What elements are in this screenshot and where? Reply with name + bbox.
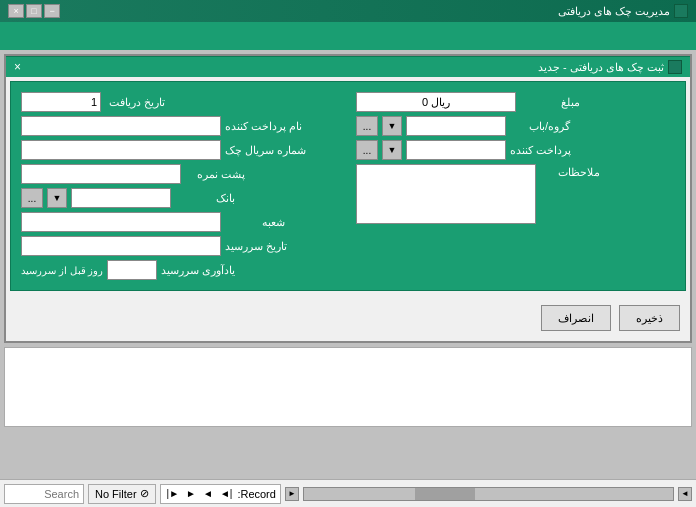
goroh-input[interactable] xyxy=(406,116,506,136)
bank-input[interactable] xyxy=(71,188,171,208)
search-input[interactable] xyxy=(4,484,84,504)
cancel-button[interactable]: انصراف xyxy=(541,305,611,331)
yadavari-suffix: روز قبل از سررسید xyxy=(21,265,103,276)
shobe-label: شعبه xyxy=(225,216,285,229)
funnel-icon: ⊘ xyxy=(140,487,149,500)
sub-title-bar: ثبت چک های دریافتی - جدید × xyxy=(6,56,690,77)
tarikh-sar-label: تاریخ سررسید xyxy=(225,240,287,253)
bank-dropdown-button[interactable]: ▼ xyxy=(47,188,67,208)
serial-row: شماره سریال چک xyxy=(21,140,340,160)
molahezat-textarea[interactable] xyxy=(356,164,536,224)
tarikh-label: تاریخ دریافت xyxy=(105,96,165,109)
tarikh-sar-row: تاریخ سررسید xyxy=(21,236,340,256)
left-column: تاریخ دریافت نام پرداخت کننده شماره سریا… xyxy=(21,92,340,280)
posht-input[interactable] xyxy=(21,164,181,184)
no-filter-button[interactable]: ⊘ No Filter xyxy=(88,484,156,504)
shobe-input[interactable] xyxy=(21,212,221,232)
pardakht-ellipsis-button[interactable]: ... xyxy=(356,140,378,160)
nav-next-button[interactable]: ► xyxy=(184,488,198,499)
hscroll-track xyxy=(303,487,674,501)
hscroll-right-button[interactable]: ► xyxy=(285,487,299,501)
bank-ellipsis-button[interactable]: ... xyxy=(21,188,43,208)
nav-last-button[interactable]: ►| xyxy=(165,488,182,499)
serial-label: شماره سریال چک xyxy=(225,144,306,157)
pardakht-dropdown-button[interactable]: ▼ xyxy=(382,140,402,160)
maximize-button[interactable]: □ xyxy=(26,4,42,18)
button-row: ذخیره انصراف xyxy=(6,295,690,341)
sub-title: ثبت چک های دریافتی - جدید xyxy=(538,61,664,74)
pardakht-label: پرداخت کننده xyxy=(510,144,571,157)
tarikh-sar-input[interactable] xyxy=(21,236,221,256)
mablagh-label: مبلغ xyxy=(520,96,580,109)
main-title: مدیریت چک های دریافتی xyxy=(558,5,670,18)
posht-row: پشت نمره xyxy=(21,164,340,184)
hscroll-thumb[interactable] xyxy=(415,488,475,500)
nav-first-button[interactable]: |◄ xyxy=(218,488,235,499)
posht-label: پشت نمره xyxy=(185,168,245,181)
bank-label: بانک xyxy=(175,192,235,205)
sub-icon xyxy=(668,60,682,74)
nam-row: نام پرداخت کننده xyxy=(21,116,340,136)
bank-row: بانک ▼ ... xyxy=(21,188,340,208)
goroh-ellipsis-button[interactable]: ... xyxy=(356,116,378,136)
mablagh-input[interactable] xyxy=(356,92,516,112)
record-navigation: Record: |◄ ◄ ► ►| xyxy=(160,484,281,504)
molahezat-label: ملاحظات xyxy=(540,166,600,179)
molahezat-row: ملاحظات xyxy=(356,164,675,224)
app-icon xyxy=(674,4,688,18)
tarikh-row: تاریخ دریافت xyxy=(21,92,340,112)
grid-area xyxy=(4,347,692,427)
save-button[interactable]: ذخیره xyxy=(619,305,680,331)
mablagh-row: مبلغ xyxy=(356,92,675,112)
goroh-row: گروه/باب ▼ ... xyxy=(356,116,675,136)
nav-prev-button[interactable]: ◄ xyxy=(201,488,215,499)
record-label: Record: xyxy=(237,488,276,500)
pardakht-input[interactable] xyxy=(406,140,506,160)
shobe-row: شعبه xyxy=(21,212,340,232)
goroh-label: گروه/باب xyxy=(510,120,570,133)
close-button[interactable]: × xyxy=(8,4,24,18)
main-title-bar: مدیریت چک های دریافتی − □ × xyxy=(0,0,696,22)
main-toolbar xyxy=(0,22,696,50)
yadavari-input[interactable] xyxy=(107,260,157,280)
nam-label: نام پرداخت کننده xyxy=(225,120,302,133)
status-bar: ◄ ► Record: |◄ ◄ ► ►| ⊘ No Filter xyxy=(0,479,696,507)
nam-input[interactable] xyxy=(21,116,221,136)
goroh-dropdown-button[interactable]: ▼ xyxy=(382,116,402,136)
hscroll-left-button[interactable]: ◄ xyxy=(678,487,692,501)
sub-close-button[interactable]: × xyxy=(14,60,21,74)
yadavari-row: یادآوری سررسید روز قبل از سررسید xyxy=(21,260,340,280)
tarikh-input[interactable] xyxy=(21,92,101,112)
minimize-button[interactable]: − xyxy=(44,4,60,18)
form-container: مبلغ گروه/باب ▼ ... پرداخت کننده xyxy=(10,81,686,291)
pardakht-row: پرداخت کننده ▼ ... xyxy=(356,140,675,160)
no-filter-label: No Filter xyxy=(95,488,137,500)
yadavari-label: یادآوری سررسید xyxy=(161,264,235,277)
right-column: مبلغ گروه/باب ▼ ... پرداخت کننده xyxy=(356,92,675,280)
serial-input[interactable] xyxy=(21,140,221,160)
